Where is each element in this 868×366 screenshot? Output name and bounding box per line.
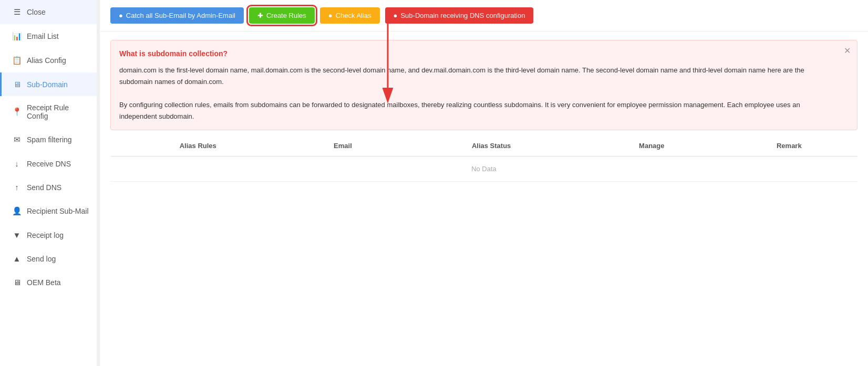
sidebar-label-alias-config: Alias Config [27,56,66,65]
sidebar-item-receipt-log[interactable]: ▼Receipt log [0,223,99,247]
catch-all-icon: ● [119,12,123,19]
catch-all-label: Catch all Sub-Email by Admin-Email [126,12,235,19]
col-manage: Manage [583,135,721,156]
banner-line2: By configuring collection rules, emails … [119,99,838,122]
data-table: Alias Rules Email Alias Status Manage Re… [110,135,857,182]
sidebar-label-close: Close [27,8,46,16]
sidebar-item-oem-beta[interactable]: 🖥OEM Beta [0,270,99,294]
sub-domain-dns-icon: ● [394,12,398,19]
col-alias-rules: Alias Rules [110,135,286,156]
table-empty-text: No Data [110,156,857,182]
sidebar-icon-spam-filtering: ✉ [12,135,22,144]
check-alias-icon: ● [328,12,333,19]
sidebar-item-send-log[interactable]: ▲Send log [0,247,99,270]
create-rules-button[interactable]: ✚ Create Rules [249,7,315,24]
sidebar-icon-close: ☰ [12,7,22,17]
info-banner: What is subdomain collection? domain.com… [110,40,857,130]
sidebar-icon-send-dns: ↑ [12,183,22,192]
banner-title: What is subdomain collection? [119,48,838,60]
sidebar-item-receipt-rule-config[interactable]: 📍Receipt Rule Config [0,96,99,128]
table-header-row: Alias Rules Email Alias Status Manage Re… [110,135,857,156]
create-rules-label: Create Rules [266,12,306,19]
sidebar: ☰Close📊Email List📋Alias Config🖥Sub-Domai… [0,0,100,366]
sidebar-icon-recipient-sub-mail: 👤 [12,206,22,216]
sidebar-icon-oem-beta: 🖥 [12,278,22,287]
sidebar-label-receipt-rule-config: Receipt Rule Config [27,103,89,120]
sidebar-item-recipient-sub-mail[interactable]: 👤Recipient Sub-Mail [0,199,99,223]
sidebar-label-sub-domain: Sub-Domain [27,80,68,89]
col-remark: Remark [721,135,857,156]
sidebar-icon-sub-domain: 🖥 [12,80,22,89]
sidebar-item-email-list[interactable]: 📊Email List [0,24,99,48]
sidebar-label-send-log: Send log [27,255,56,263]
sidebar-icon-alias-config: 📋 [12,56,22,65]
sidebar-item-spam-filtering[interactable]: ✉Spam filtering [0,128,99,152]
sidebar-icon-send-log: ▲ [12,254,22,263]
table-area: Alias Rules Email Alias Status Manage Re… [110,135,857,182]
content-area: What is subdomain collection? domain.com… [100,32,868,366]
sidebar-icon-receive-dns: ↓ [12,159,22,168]
main-content: ● Catch all Sub-Email by Admin-Email ✚ C… [100,0,868,366]
sidebar-item-send-dns[interactable]: ↑Send DNS [0,175,99,199]
sub-domain-dns-button[interactable]: ● Sub-Domain receiving DNS configuration [385,7,534,24]
table-empty-row: No Data [110,156,857,182]
sidebar-label-email-list: Email List [27,32,59,40]
sidebar-item-receive-dns[interactable]: ↓Receive DNS [0,152,99,175]
col-alias-status: Alias Status [400,135,583,156]
sidebar-item-close[interactable]: ☰Close [0,0,99,24]
sidebar-label-recipient-sub-mail: Recipient Sub-Mail [27,207,89,215]
sidebar-label-send-dns: Send DNS [27,183,61,192]
sidebar-item-alias-config[interactable]: 📋Alias Config [0,48,99,72]
sidebar-item-sub-domain[interactable]: 🖥Sub-Domain [0,72,99,96]
sidebar-label-receive-dns: Receive DNS [27,160,71,168]
sidebar-label-spam-filtering: Spam filtering [27,135,72,144]
sidebar-label-oem-beta: OEM Beta [27,278,61,287]
toolbar-wrapper: ● Catch all Sub-Email by Admin-Email ✚ C… [100,0,868,32]
sidebar-label-receipt-log: Receipt log [27,231,64,239]
sidebar-icon-receipt-rule-config: 📍 [12,107,22,117]
sub-domain-dns-label: Sub-Domain receiving DNS configuration [400,12,525,19]
sidebar-icon-receipt-log: ▼ [12,231,22,239]
banner-close-button[interactable]: ✕ [844,46,851,56]
col-email: Email [286,135,400,156]
check-alias-label: Check Alias [336,12,371,19]
create-rules-icon: ✚ [257,12,263,19]
toolbar: ● Catch all Sub-Email by Admin-Email ✚ C… [100,0,868,32]
check-alias-button[interactable]: ● Check Alias [320,7,380,24]
catch-all-button[interactable]: ● Catch all Sub-Email by Admin-Email [110,7,244,24]
banner-line1: domain.com is the first-level domain nam… [119,65,838,88]
sidebar-icon-email-list: 📊 [12,32,22,41]
